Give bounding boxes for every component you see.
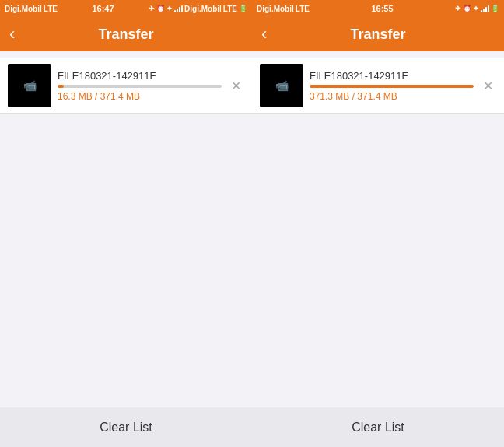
alarm-icon-2: ⏰ [463, 5, 471, 12]
location-icon: ✈ [149, 5, 155, 12]
battery-icon-2: 🔋 [491, 5, 499, 12]
network-label-2: LTE [296, 5, 310, 13]
carrier-label-1: Digi.Mobil [5, 5, 42, 13]
transfer-item-1: 📹 FILE180321-142911F 16.3 MB / 371.4 MB … [0, 58, 252, 114]
footer-1: Clear List [0, 407, 252, 447]
video-icon-2: 📹 [275, 79, 289, 92]
progress-bar-fill-1 [58, 85, 64, 88]
transfer-info-1: FILE180321-142911F 16.3 MB / 371.4 MB [58, 70, 222, 102]
status-bar-2: Digi.Mobil LTE 16:55 ✈ ⏰ ✦ 🔋 [252, 0, 504, 17]
footer-2: Clear List [252, 407, 504, 447]
header-1: ‹ Transfer [0, 17, 252, 51]
status-left-2: Digi.Mobil LTE [257, 5, 310, 13]
transfer-size-1: 16.3 MB / 371.4 MB [58, 91, 222, 102]
clear-list-button-2[interactable]: Clear List [352, 421, 404, 435]
header-title-2: Transfer [350, 26, 405, 43]
status-left-1: Digi.Mobil LTE [5, 5, 58, 13]
close-button-2[interactable]: ✕ [480, 75, 496, 96]
header-title-1: Transfer [98, 26, 153, 43]
phone-panel-2: Digi.Mobil LTE 16:55 ✈ ⏰ ✦ 🔋 ‹ Transfer … [252, 0, 504, 447]
signal-bars-1 [174, 5, 183, 12]
bluetooth-icon-2: ✦ [473, 5, 479, 12]
battery-icon-1: 🔋 [239, 5, 247, 12]
content-1: 📹 FILE180321-142911F 16.3 MB / 371.4 MB … [0, 51, 252, 407]
back-button-2[interactable]: ‹ [261, 26, 267, 43]
network2-label-1: LTE [223, 5, 237, 13]
signal-bars-2 [481, 5, 489, 12]
transfer-thumb-1: 📹 [8, 64, 51, 107]
time-label-1: 16:47 [92, 4, 114, 13]
close-button-1[interactable]: ✕ [228, 75, 244, 96]
progress-bar-bg-1 [58, 85, 222, 88]
content-2: 📹 FILE180321-142911F 371.3 MB / 371.4 MB… [252, 51, 504, 407]
transfer-item-2: 📹 FILE180321-142911F 371.3 MB / 371.4 MB… [252, 58, 504, 114]
status-right-1: ✈ ⏰ ✦ Digi.Mobil LTE 🔋 [149, 5, 247, 13]
transfer-filename-1: FILE180321-142911F [58, 70, 222, 82]
clear-list-button-1[interactable]: Clear List [100, 421, 152, 435]
location-icon-2: ✈ [455, 5, 461, 12]
carrier2-label-1: Digi.Mobil [184, 5, 222, 13]
back-button-1[interactable]: ‹ [9, 26, 15, 43]
bluetooth-icon: ✦ [166, 5, 173, 12]
status-right-2: ✈ ⏰ ✦ 🔋 [455, 5, 499, 12]
progress-bar-fill-2 [310, 85, 474, 88]
status-bar-1: Digi.Mobil LTE 16:47 ✈ ⏰ ✦ Digi.Mobil LT… [0, 0, 252, 17]
transfer-size-2: 371.3 MB / 371.4 MB [310, 91, 474, 102]
header-2: ‹ Transfer [252, 17, 504, 51]
progress-bar-bg-2 [310, 85, 474, 88]
alarm-icon: ⏰ [156, 5, 165, 12]
time-label-2: 16:55 [371, 4, 393, 13]
video-icon-1: 📹 [23, 79, 37, 92]
carrier-label-2: Digi.Mobil [257, 5, 294, 13]
transfer-info-2: FILE180321-142911F 371.3 MB / 371.4 MB [310, 70, 474, 102]
network-label-1: LTE [44, 5, 58, 13]
phone-panel-1: Digi.Mobil LTE 16:47 ✈ ⏰ ✦ Digi.Mobil LT… [0, 0, 252, 447]
transfer-thumb-2: 📹 [260, 64, 303, 107]
transfer-filename-2: FILE180321-142911F [310, 70, 474, 82]
